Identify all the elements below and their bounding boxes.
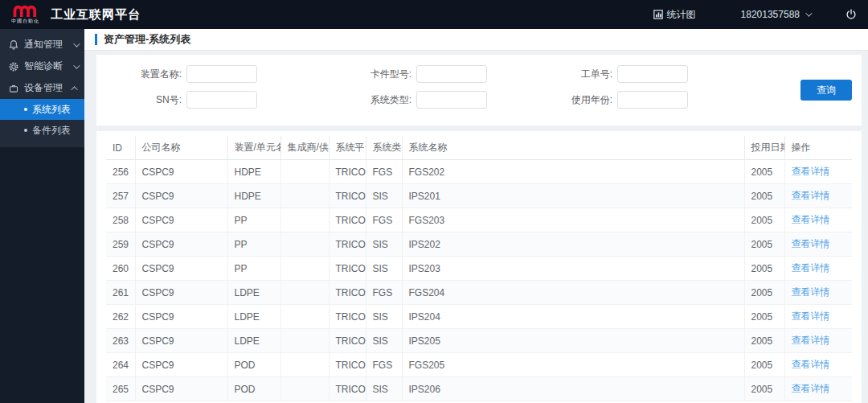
table-cell: PP (227, 232, 280, 257)
chevron-up-icon (71, 86, 77, 93)
table-cell-actions: 查看详情 (784, 184, 852, 208)
card-model-input[interactable] (416, 65, 487, 83)
sidebar-item-diagnosis[interactable]: 智能诊断 (0, 56, 84, 77)
table-cell (280, 160, 329, 184)
table-cell-actions: 查看详情 (784, 377, 852, 401)
table-row: 262CSPC9LDPETRICONSISIPS2042005查看详情 (106, 305, 852, 329)
sn-input[interactable] (186, 91, 257, 109)
logout-button[interactable] (845, 9, 857, 20)
view-details-link[interactable]: 查看详情 (792, 286, 830, 298)
table-row: 257CSPC9HDPETRICONSISIPS2012005查看详情 (106, 184, 852, 208)
table-cell: 2005 (744, 377, 784, 401)
column-header: ID (106, 136, 135, 160)
table-cell: 263 (106, 329, 135, 353)
view-details-link[interactable]: 查看详情 (792, 359, 830, 370)
table-cell: CSPC9 (135, 353, 227, 377)
page-title: 工业互联网平台 (51, 7, 141, 23)
sidebar: 通知管理 智能诊断 设备管理 系 (0, 29, 84, 403)
table-cell: TRICON (329, 160, 366, 184)
table-cell: 260 (106, 257, 135, 281)
column-header: 公司名称 (135, 136, 227, 160)
table-cell: 2005 (744, 329, 784, 353)
table-cell: SIS (366, 184, 402, 208)
sidebar-item-label: 通知管理 (24, 38, 68, 51)
field-sn: SN号: (96, 91, 257, 109)
field-label: 卡件型号: (257, 68, 416, 81)
table-cell: CSPC9 (135, 184, 227, 208)
table-row: 264CSPC9PODTRICONFGSFGS2052005查看详情 (106, 353, 852, 377)
table-cell (280, 208, 329, 232)
table-cell: SIS (366, 377, 402, 401)
table-cell: TRICON (329, 281, 366, 305)
table-cell: TRICON (329, 305, 366, 329)
table-cell: CSPC9 (135, 160, 227, 184)
company-logo: 中國自動化 (11, 5, 39, 25)
sidebar-item-notifications[interactable]: 通知管理 (0, 34, 84, 56)
table-cell: TRICON (329, 257, 366, 281)
table-cell: PP (227, 257, 280, 281)
field-usage-year: 使用年份: (487, 91, 688, 109)
table-cell: SIS (366, 305, 402, 329)
view-details-link[interactable]: 查看详情 (792, 238, 830, 249)
view-details-link[interactable]: 查看详情 (792, 166, 830, 177)
table-cell: LDPE (227, 329, 280, 353)
table-cell: 2005 (744, 208, 784, 232)
bell-icon (9, 39, 19, 50)
work-order-input[interactable] (617, 65, 688, 83)
sidebar-menu: 通知管理 智能诊断 设备管理 系 (0, 29, 84, 147)
chevron-down-icon (73, 40, 80, 47)
system-type-input[interactable] (416, 91, 487, 109)
table-cell: IPS203 (402, 257, 744, 281)
table-cell-actions: 查看详情 (784, 353, 852, 377)
table-row: 265CSPC9PODTRICONSISIPS2062005查看详情 (106, 377, 852, 401)
table-cell: FGS (366, 160, 402, 184)
device-name-input[interactable] (186, 65, 257, 83)
sidebar-item-spare-parts-list[interactable]: 备件列表 (0, 120, 84, 141)
column-header: 集成商/供应商 (280, 136, 329, 160)
gear-icon (9, 61, 19, 72)
table-cell: TRICON (329, 232, 366, 257)
bullet-icon (24, 129, 27, 132)
search-button[interactable]: 查询 (800, 80, 852, 101)
table-cell: FGS204 (402, 281, 744, 305)
table-cell: 265 (106, 377, 135, 401)
table-cell: 2005 (744, 281, 784, 305)
table-cell: 259 (106, 232, 135, 257)
table-cell: FGS205 (402, 353, 744, 377)
table-cell: CSPC9 (135, 281, 227, 305)
table-row: 260CSPC9PPTRICONSISIPS2032005查看详情 (106, 257, 852, 281)
sidebar-item-system-list[interactable]: 系统列表 (0, 99, 84, 120)
table-row: 258CSPC9PPTRICONFGSFGS2032005查看详情 (106, 208, 852, 232)
sub-item-label: 备件列表 (32, 124, 71, 138)
search-form-panel: 装置名称: 卡件型号: 工单号: SN号: 系统类型: 使用年份: (96, 55, 862, 125)
usage-year-input[interactable] (617, 91, 688, 109)
table-cell: SIS (366, 232, 402, 257)
table-cell (280, 329, 329, 353)
table-cell: HDPE (227, 184, 280, 208)
view-details-link[interactable]: 查看详情 (792, 383, 830, 394)
table-cell-actions: 查看详情 (784, 232, 852, 257)
table-cell: IPS201 (402, 184, 744, 208)
bullet-icon (24, 108, 27, 111)
table-cell: 258 (106, 208, 135, 232)
field-label: 使用年份: (487, 93, 617, 107)
table-cell: SIS (366, 257, 402, 281)
field-label: SN号: (96, 93, 186, 107)
view-details-link[interactable]: 查看详情 (792, 310, 830, 322)
table-row: 263CSPC9LDPETRICONSISIPS2052005查看详情 (106, 329, 852, 353)
user-account-menu[interactable]: 18201357588 (741, 9, 810, 20)
view-details-link[interactable]: 查看详情 (792, 214, 830, 225)
table-cell: PP (227, 208, 280, 232)
table-cell: FGS202 (402, 160, 744, 184)
view-details-link[interactable]: 查看详情 (792, 190, 830, 201)
table-row: 256CSPC9HDPETRICONFGSFGS2022005查看详情 (106, 160, 852, 184)
stats-chart-menu[interactable]: 统计图 (653, 8, 696, 22)
table-cell (280, 377, 329, 401)
sidebar-item-equipment[interactable]: 设备管理 (0, 77, 84, 99)
table-header-row: ID 公司名称 装置/单元名称 集成商/供应商 系统平台 系统类型 系统名称 投… (106, 136, 852, 160)
table-cell: CSPC9 (135, 329, 227, 353)
view-details-link[interactable]: 查看详情 (792, 335, 830, 346)
table-cell: 2005 (744, 305, 784, 329)
field-label: 系统类型: (257, 93, 416, 107)
view-details-link[interactable]: 查看详情 (792, 262, 830, 273)
